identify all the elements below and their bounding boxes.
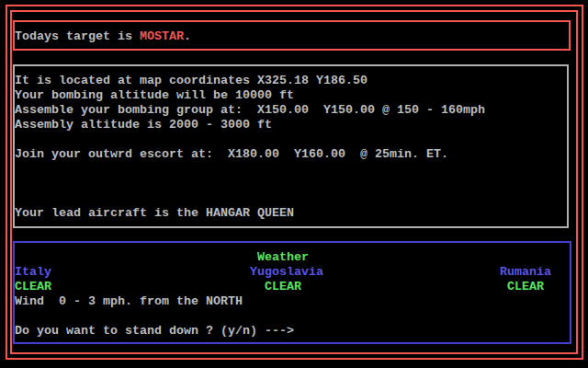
assembly-altitude-line: Assembly altitude is 2000 - 3000 ft — [15, 118, 272, 132]
wind-line: Wind 0 - 3 mph. from the NORTH — [15, 294, 243, 309]
region-italy: Italy — [15, 265, 51, 280]
target-line: Todays target is MOSTAR. — [15, 29, 191, 44]
status-italy: CLEAR — [15, 280, 51, 294]
coordinates-line: It is located at map coordinates X325.18… — [15, 74, 368, 88]
weather-title: Weather — [257, 250, 309, 265]
escort-line: Join your outwrd escort at: X180.00 Y160… — [15, 147, 448, 162]
target-period: . — [184, 29, 191, 43]
bombing-altitude-line: Your bombing altitude will be 10000 ft — [15, 88, 294, 103]
mission-briefing-screen: Todays target is MOSTAR. It is located a… — [0, 0, 588, 368]
region-yugoslavia: Yugoslavia — [250, 265, 323, 280]
region-rumania: Rumania — [500, 265, 551, 280]
status-rumania: CLEAR — [507, 280, 544, 294]
assembly-point-line: Assemble your bombing group at: X150.00 … — [15, 103, 485, 118]
lead-aircraft-line: Your lead aircraft is the HANGAR QUEEN — [15, 206, 294, 221]
target-name: MOSTAR — [140, 29, 184, 43]
status-yugoslavia: CLEAR — [265, 280, 301, 294]
stand-down-prompt[interactable]: Do you want to stand down ? (y/n) ---> — [15, 324, 294, 339]
target-label: Todays target is — [15, 29, 140, 43]
